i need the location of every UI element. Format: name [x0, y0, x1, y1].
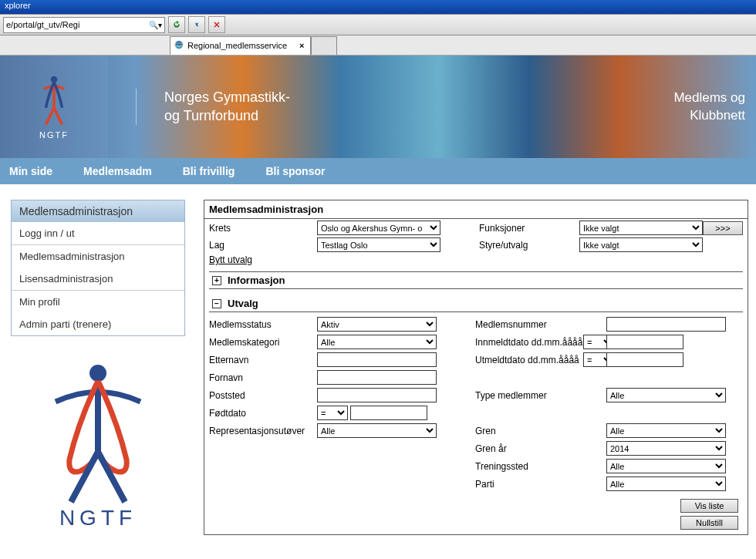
grenar-label: Gren år: [475, 443, 583, 454]
top-filter-grid: Krets Oslo og Akershus Gymn- o Funksjone…: [209, 221, 743, 265]
fornavn-input[interactable]: [317, 370, 437, 385]
close-icon[interactable]: ×: [299, 41, 304, 50]
tab-title: Regional_medlemsservice: [187, 41, 287, 50]
type-medlemmer-select[interactable]: Alle: [606, 388, 726, 402]
funksjoner-select[interactable]: Ikke valgt: [579, 221, 703, 235]
tab-active[interactable]: Regional_medlemsservice ×: [170, 36, 311, 55]
type-medlemmer-label: Type medlemmer: [475, 390, 583, 401]
sidebar-item-lisensadm[interactable]: Lisensadministrasjon: [12, 268, 184, 290]
parti-label: Parti: [475, 479, 583, 490]
sidebar-item-login[interactable]: Logg inn / ut: [12, 222, 184, 244]
treningssted-select[interactable]: Alle: [606, 459, 726, 473]
medlemsnummer-input[interactable]: [606, 317, 726, 332]
banner-title: Norges Gymnastikk- og Turnforbund: [136, 89, 290, 125]
poststed-label: Poststed: [209, 390, 317, 401]
sidebar-logo: NGTF: [32, 359, 164, 529]
utmeldt-label: Utmeldtdato dd.mm.åååå: [475, 355, 583, 365]
nav-bli-frivillig[interactable]: Bli frivillig: [183, 165, 235, 177]
vis-liste-button[interactable]: Vis liste: [680, 499, 738, 513]
collapse-icon[interactable]: −: [212, 299, 221, 308]
gren-select[interactable]: Alle: [606, 423, 726, 438]
sidebar-item-admin-parti[interactable]: Admin parti (trenere): [12, 313, 184, 335]
medlemsstatus-label: Medlemsstatus: [209, 319, 317, 330]
main-nav: Min side Medlemsadm Bli frivillig Bli sp…: [0, 158, 756, 184]
innmeldt-input[interactable]: [606, 335, 683, 349]
window-title: xplorer: [5, 1, 31, 10]
sidebar-logo-text: NGTF: [59, 506, 137, 529]
browser-tabs: Regional_medlemsservice ×: [0, 35, 756, 56]
address-bar[interactable]: e/portal/gt_utv/Regi 🔍▾: [3, 17, 165, 33]
utmeldt-input[interactable]: [606, 352, 683, 367]
banner-right-line2: Klubbnett: [673, 107, 745, 124]
panel-body: Krets Oslo og Akershus Gymn- o Funksjone…: [204, 219, 748, 534]
parti-select[interactable]: Alle: [606, 476, 726, 491]
etternavn-label: Etternavn: [209, 355, 317, 365]
sidebar-box: Medlemsadministrasjon Logg inn / ut Medl…: [11, 200, 185, 336]
sidebar: Medlemsadministrasjon Logg inn / ut Medl…: [11, 200, 185, 529]
informasjon-title: Informasjon: [228, 274, 285, 286]
utvalg-header: − Utvalg: [209, 295, 743, 312]
nullstill-button[interactable]: Nullstill: [680, 516, 738, 530]
nav-medlemsadm[interactable]: Medlemsadm: [83, 165, 152, 177]
go-button[interactable]: >>>: [703, 221, 743, 235]
compat-button[interactable]: [188, 16, 205, 33]
utvalg-title: Utvalg: [228, 298, 258, 309]
poststed-input[interactable]: [317, 388, 437, 402]
medlemsstatus-select[interactable]: Aktiv: [317, 317, 437, 332]
utvalg-grid: Medlemsstatus Aktiv Medlemsnummer Medlem…: [209, 312, 743, 496]
expand-icon[interactable]: +: [212, 276, 221, 285]
treningssted-label: Treningssted: [475, 461, 583, 472]
new-tab-button[interactable]: [311, 36, 337, 55]
browser-titlebar: xplorer: [0, 0, 756, 14]
banner-subtitle: Medlems og Klubbnett: [673, 89, 745, 123]
gren-label: Gren: [475, 426, 583, 436]
banner-logo-text: NGTF: [39, 130, 69, 140]
krets-label: Krets: [209, 223, 317, 234]
sidebar-item-medlemsadm[interactable]: Medlemsadministrasjon: [12, 245, 184, 268]
ngtf-logo-icon: [31, 74, 77, 128]
medlemskategori-select[interactable]: Alle: [317, 335, 437, 349]
grenar-select[interactable]: 2014: [606, 441, 726, 456]
nav-min-side[interactable]: Min side: [9, 165, 52, 177]
medlemskategori-label: Medlemskategori: [209, 337, 317, 348]
bytt-utvalg-link[interactable]: Bytt utvalg: [209, 254, 317, 265]
informasjon-header: + Informasjon: [209, 271, 743, 289]
styre-label: Styre/utvalg: [479, 240, 579, 251]
fodtdato-label: Fødtdato: [209, 408, 317, 419]
fodtdato-input[interactable]: [350, 406, 427, 420]
svg-point-2: [51, 76, 58, 83]
banner-right-line1: Medlems og: [673, 89, 745, 106]
address-text: e/portal/gt_utv/Regi: [6, 20, 79, 29]
styre-select[interactable]: Ikke valgt: [579, 237, 703, 252]
content: Medlemsadministrasjon Logg inn / ut Medl…: [0, 184, 756, 543]
svg-point-3: [89, 365, 106, 382]
medlemsnummer-label: Medlemsnummer: [475, 319, 583, 330]
banner-logo: NGTF: [0, 56, 108, 158]
innmeldt-label: Innmeldtdato dd.mm.åååå: [475, 337, 583, 348]
browser-toolbar: e/portal/gt_utv/Regi 🔍▾: [0, 14, 756, 35]
refresh-button[interactable]: [168, 16, 185, 33]
lag-select[interactable]: Testlag Oslo: [317, 237, 440, 252]
funksjoner-label: Funksjoner: [479, 223, 579, 234]
ie-icon: [174, 39, 184, 52]
search-icon[interactable]: 🔍▾: [149, 21, 162, 29]
etternavn-input[interactable]: [317, 352, 437, 367]
lag-label: Lag: [209, 240, 317, 251]
sidebar-item-min-profil[interactable]: Min profil: [12, 291, 184, 313]
repr-label: Representasjonsutøver: [209, 426, 317, 436]
panel-title: Medlemsadministrasjon: [204, 200, 748, 219]
site-banner: NGTF Norges Gymnastikk- og Turnforbund M…: [0, 56, 756, 158]
org-line1: Norges Gymnastikk-: [164, 89, 290, 106]
stop-button[interactable]: [208, 16, 225, 33]
nav-bli-sponsor[interactable]: Bli sponsor: [265, 165, 325, 177]
panel-actions: Vis liste Nullstill: [209, 496, 743, 533]
org-line2: og Turnforbund: [164, 107, 290, 125]
krets-select[interactable]: Oslo og Akershus Gymn- o: [317, 221, 440, 235]
sidebar-header: Medlemsadministrasjon: [12, 200, 184, 222]
repr-select[interactable]: Alle: [317, 423, 437, 438]
fornavn-label: Fornavn: [209, 372, 317, 383]
fodtdato-op-select[interactable]: =: [317, 406, 348, 420]
admin-panel: Medlemsadministrasjon Krets Oslo og Aker…: [204, 200, 748, 535]
